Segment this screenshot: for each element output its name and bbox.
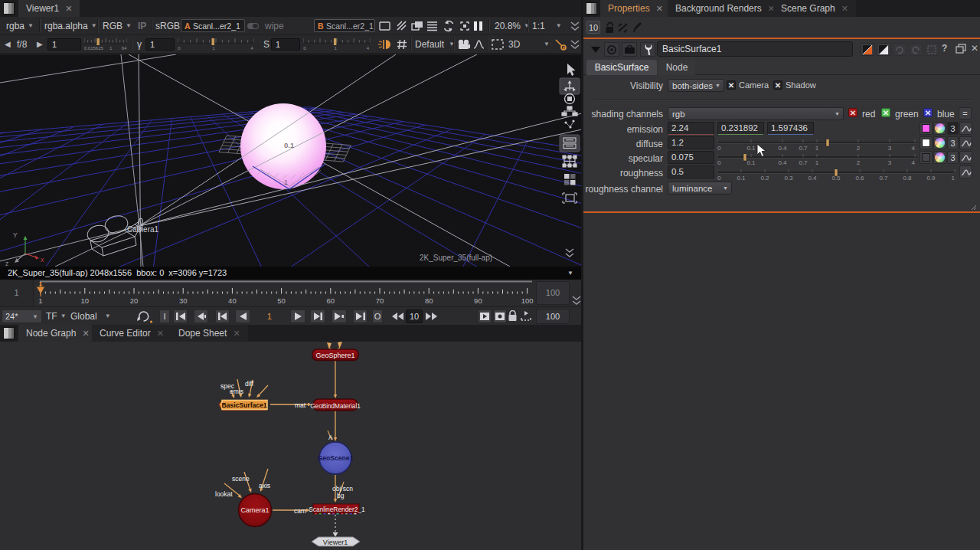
svg-text:0.2: 0.2 bbox=[760, 175, 769, 182]
svg-text:4: 4 bbox=[250, 46, 253, 51]
svg-text:0: 0 bbox=[178, 46, 181, 51]
svg-text:emis: emis bbox=[230, 388, 243, 395]
svg-text:0: 0 bbox=[717, 145, 721, 152]
svg-text:GeoSphere1: GeoSphere1 bbox=[315, 352, 354, 359]
svg-text:0.7: 0.7 bbox=[799, 159, 808, 166]
svg-text:0.1: 0.1 bbox=[737, 175, 746, 182]
svg-text:2: 2 bbox=[857, 145, 861, 152]
svg-text:scene: scene bbox=[232, 475, 250, 483]
svg-text:40: 40 bbox=[228, 296, 237, 305]
svg-text:Y: Y bbox=[13, 231, 18, 239]
svg-text:z: z bbox=[5, 260, 8, 267]
svg-text:1: 1 bbox=[109, 46, 113, 51]
svg-text:x: x bbox=[41, 256, 44, 264]
svg-text:GeoScene1: GeoScene1 bbox=[318, 454, 354, 462]
svg-text:0.1: 0.1 bbox=[746, 159, 756, 166]
svg-text:ScanlineRender2_1: ScanlineRender2_1 bbox=[309, 506, 365, 513]
svg-text:cam: cam bbox=[294, 507, 306, 515]
svg-text:1: 1 bbox=[815, 159, 819, 166]
svg-text:lookat: lookat bbox=[215, 490, 233, 498]
svg-text:A: A bbox=[328, 434, 333, 441]
svg-text:0: 0 bbox=[717, 159, 721, 166]
svg-text:0.9: 0.9 bbox=[926, 175, 936, 182]
svg-text:0.7: 0.7 bbox=[879, 175, 888, 182]
svg-text:0.4: 0.4 bbox=[808, 175, 817, 182]
svg-text:0: 0 bbox=[303, 46, 306, 51]
svg-text:50: 50 bbox=[277, 296, 286, 305]
svg-text:1: 1 bbox=[815, 145, 819, 152]
svg-text:60: 60 bbox=[327, 296, 335, 305]
svg-text:BasicSurface1: BasicSurface1 bbox=[221, 401, 266, 409]
svg-text:20: 20 bbox=[130, 296, 139, 305]
svg-text:0.4: 0.4 bbox=[778, 145, 787, 152]
svg-text:Camera1: Camera1 bbox=[127, 225, 159, 234]
svg-text:GeoBindMaterial1: GeoBindMaterial1 bbox=[310, 403, 361, 410]
svg-text:axis: axis bbox=[259, 482, 270, 489]
svg-text:1: 1 bbox=[952, 175, 956, 182]
svg-text:2K_Super_35(full-ap): 2K_Super_35(full-ap) bbox=[420, 254, 492, 262]
svg-text:1: 1 bbox=[39, 280, 43, 287]
svg-text:1: 1 bbox=[212, 46, 215, 51]
svg-text:Viewer1: Viewer1 bbox=[323, 539, 348, 546]
svg-text:3: 3 bbox=[888, 145, 892, 152]
svg-text:0: 0 bbox=[717, 175, 721, 182]
svg-text:0.7: 0.7 bbox=[799, 145, 808, 152]
svg-text:diff: diff bbox=[245, 380, 254, 388]
svg-text:70: 70 bbox=[376, 296, 384, 305]
svg-text:0.015625: 0.015625 bbox=[84, 46, 103, 51]
svg-text:bg: bg bbox=[337, 492, 345, 499]
svg-text:4: 4 bbox=[912, 159, 916, 166]
svg-text:Camera1: Camera1 bbox=[240, 506, 269, 514]
svg-text:64: 64 bbox=[122, 46, 127, 51]
svg-text:0.4: 0.4 bbox=[778, 159, 787, 166]
svg-text:10: 10 bbox=[81, 296, 90, 305]
svg-text:1: 1 bbox=[284, 178, 288, 186]
svg-text:0.3: 0.3 bbox=[784, 175, 793, 182]
svg-text:mat: mat bbox=[295, 401, 306, 409]
svg-text:0.8: 0.8 bbox=[903, 175, 912, 182]
svg-text:4: 4 bbox=[912, 145, 916, 152]
svg-text:80: 80 bbox=[425, 296, 433, 305]
svg-text:3: 3 bbox=[888, 159, 892, 166]
svg-text:100: 100 bbox=[521, 296, 534, 305]
svg-text:1: 1 bbox=[335, 46, 338, 51]
svg-text:2: 2 bbox=[857, 159, 861, 166]
svg-text:4: 4 bbox=[367, 46, 370, 51]
svg-text:90: 90 bbox=[474, 296, 482, 305]
svg-text:30: 30 bbox=[179, 296, 188, 305]
svg-text:0.1: 0.1 bbox=[284, 141, 295, 149]
svg-text:0.1: 0.1 bbox=[746, 145, 756, 152]
svg-text:1: 1 bbox=[38, 296, 42, 305]
svg-text:0.6: 0.6 bbox=[855, 175, 864, 182]
